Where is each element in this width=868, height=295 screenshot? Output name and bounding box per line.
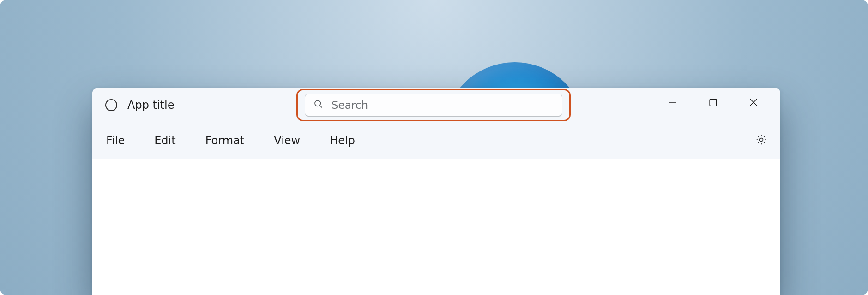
maximize-button[interactable] — [693, 89, 733, 115]
app-title: App title — [127, 99, 174, 112]
menu-item-edit[interactable]: Edit — [154, 134, 175, 147]
minimize-button[interactable] — [652, 89, 693, 115]
menu-item-help[interactable]: Help — [330, 134, 355, 147]
settings-button[interactable] — [755, 134, 767, 148]
minimize-icon — [668, 98, 676, 106]
app-icon — [105, 99, 117, 111]
search-input[interactable] — [331, 99, 554, 112]
menubar: File Edit Format View Help — [92, 123, 780, 159]
content-area — [92, 159, 780, 295]
menu-item-file[interactable]: File — [106, 134, 125, 147]
titlebar: App title — [92, 88, 780, 123]
svg-point-0 — [315, 100, 320, 106]
maximize-icon — [709, 99, 717, 106]
app-window: App title — [92, 88, 780, 295]
desktop-backdrop: App title — [0, 0, 868, 295]
search-box[interactable] — [305, 94, 562, 117]
svg-rect-3 — [710, 99, 717, 106]
caption-controls — [652, 88, 774, 117]
svg-point-6 — [760, 138, 763, 142]
menu-item-format[interactable]: Format — [205, 134, 245, 147]
search-callout — [296, 89, 571, 121]
close-button[interactable] — [733, 89, 774, 115]
close-icon — [749, 98, 758, 106]
gear-icon — [755, 134, 767, 146]
search-icon — [313, 99, 323, 111]
svg-line-1 — [320, 106, 322, 107]
menu-item-view[interactable]: View — [274, 134, 300, 147]
